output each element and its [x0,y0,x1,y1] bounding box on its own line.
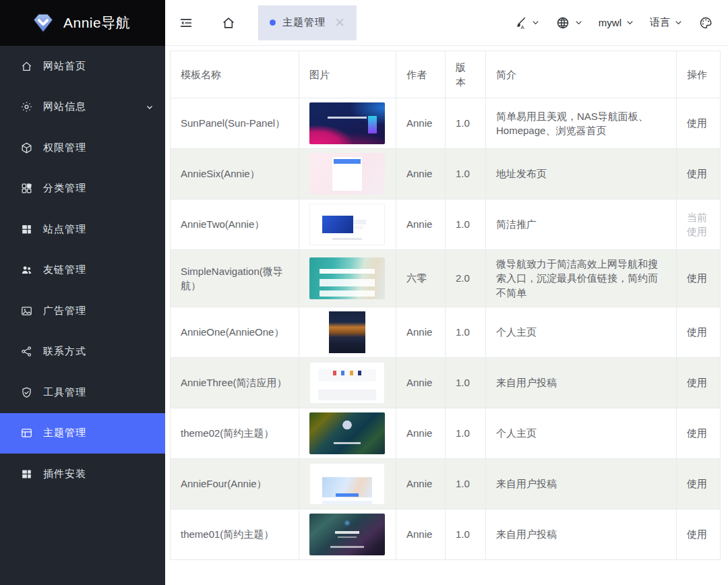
share-network-icon [20,345,33,358]
template-name: AnnieTwo(Annie） [171,199,299,250]
use-theme-button[interactable]: 使用 [687,377,707,388]
sidebar-item-categories[interactable]: 分类管理 [0,168,165,210]
app-root: Annie导航 网站首页 网站信息 权限管理 分类管理 站点管理 [0,0,728,585]
theme-thumbnail [309,514,385,555]
theme-thumbnail [309,204,385,245]
sidebar-item-permissions[interactable]: 权限管理 [0,127,165,168]
appearance-dropdown[interactable]: A [512,16,540,30]
theme-thumbnail [309,311,385,353]
home-icon[interactable] [221,16,236,30]
sidebar-item-label: 主题管理 [43,427,86,439]
author: Annie [396,199,446,250]
sidebar-menu: 网站首页 网站信息 权限管理 分类管理 站点管理 友链管理 [0,46,165,585]
use-theme-button[interactable]: 使用 [687,326,707,338]
sidebar-item-label: 站点管理 [43,223,86,236]
theme-thumbnail [309,463,385,505]
theme-thumbnail [309,102,385,144]
version: 1.0 [446,307,486,357]
theme-table: 模板名称 图片 作者 版本 简介 操作 SunPanel(Sun-Panel） … [170,51,721,560]
intro: 来自用户投稿 [486,357,677,408]
sidebar-item-themes[interactable]: 主题管理 [0,413,165,454]
logo[interactable]: Annie导航 [0,0,165,46]
theme-thumbnail [309,257,385,299]
sidebar-item-contact[interactable]: 联系方式 [0,332,165,373]
tab-theme-management[interactable]: 主题管理 ✕ [258,5,357,40]
version: 2.0 [446,250,486,307]
layout-icon [20,427,33,439]
current-theme-label: 当前使用 [687,212,707,237]
author: Annie [396,458,446,509]
sidebar-item-plugins[interactable]: 插件安装 [0,454,165,495]
version: 1.0 [446,458,486,509]
brush-font-icon: A [512,16,527,30]
gear-icon [20,100,33,113]
use-theme-button[interactable]: 使用 [687,528,707,540]
sidebar-item-ads[interactable]: 广告管理 [0,290,165,332]
author: Annie [396,509,446,559]
intro: 来自用户投稿 [486,458,677,509]
sidebar-item-site-info[interactable]: 网站信息 [0,87,165,128]
user-dropdown[interactable]: mywl [599,17,634,28]
author: Annie [396,149,446,199]
cube-icon [20,142,33,154]
version: 1.0 [446,509,486,559]
chevron-down-icon [145,102,154,112]
version: 1.0 [446,408,486,458]
table-row: AnnieSix(Annie） Annie 1.0 地址发布页 使用 [171,149,721,199]
template-name: AnnieOne(AnnieOne） [171,307,299,357]
users-icon [20,264,33,276]
intro: 微导航致力于简洁高效上网导航和搜索入口，沉淀最具价值链接，简约而不简单 [486,250,677,307]
table-row: theme02(简约主题） Annie 1.0 个人主页 使用 [171,408,721,458]
topbar-left: 主题管理 ✕ [179,0,357,45]
table-row: SunPanel(Sun-Panel） Annie 1.0 简单易用且美观，NA… [171,98,721,149]
use-theme-button[interactable]: 使用 [687,168,707,179]
image-icon [20,305,33,317]
template-name: AnnieThree(简洁应用） [171,357,299,408]
main-area: 主题管理 ✕ A mywl [165,0,728,585]
author: Annie [396,357,446,408]
col-header-author: 作者 [396,51,446,98]
globe-icon [555,16,570,30]
sidebar-item-tools[interactable]: 工具管理 [0,372,165,413]
table-row: theme01(简约主题） Annie 1.0 来自用户投稿 使用 [171,509,721,559]
sidebar-item-sites[interactable]: 站点管理 [0,209,165,250]
table-row: SimpleNavigation(微导航） 六零 2.0 微导航致力于简洁高效上… [171,250,721,307]
intro: 个人主页 [486,307,677,357]
topbar: 主题管理 ✕ A mywl [165,0,728,46]
active-tab-dot [270,20,276,26]
version: 1.0 [446,199,486,250]
col-header-intro: 简介 [486,51,677,98]
use-theme-button[interactable]: 使用 [687,478,707,489]
chevron-down-icon [574,18,583,27]
plugin-squares-icon [20,468,33,481]
table-row: AnnieThree(简洁应用） Annie 1.0 来自用户投稿 使用 [171,357,721,408]
theme-thumbnail [309,153,385,195]
author: Annie [396,408,446,458]
svg-text:A: A [520,24,524,30]
sidebar-item-friend-links[interactable]: 友链管理 [0,250,165,291]
site-language-dropdown[interactable] [555,16,583,30]
close-tab-icon[interactable]: ✕ [334,16,345,29]
template-name: theme01(简约主题） [171,509,299,559]
sidebar-item-label: 广告管理 [43,305,86,317]
gem-logo-icon [31,11,55,35]
version: 1.0 [446,149,486,199]
sidebar-item-label: 友链管理 [43,264,86,276]
sidebar-item-label: 联系方式 [43,345,86,358]
collapse-sidebar-icon[interactable] [179,16,193,30]
palette-icon[interactable] [698,16,713,30]
use-theme-button[interactable]: 使用 [687,272,707,284]
theme-thumbnail [309,412,385,454]
content: 模板名称 图片 作者 版本 简介 操作 SunPanel(Sun-Panel） … [165,46,728,585]
language-dropdown[interactable]: 语言 [650,16,683,29]
sidebar: Annie导航 网站首页 网站信息 权限管理 分类管理 站点管理 [0,0,165,585]
use-theme-button[interactable]: 使用 [687,427,707,439]
intro: 个人主页 [486,408,677,458]
use-theme-button[interactable]: 使用 [687,117,707,129]
sidebar-item-home[interactable]: 网站首页 [0,46,165,87]
version: 1.0 [446,357,486,408]
sidebar-item-label: 权限管理 [43,142,86,154]
intro: 简洁推广 [486,199,677,250]
col-header-action: 操作 [677,51,721,98]
sidebar-item-label: 网站首页 [43,60,86,73]
